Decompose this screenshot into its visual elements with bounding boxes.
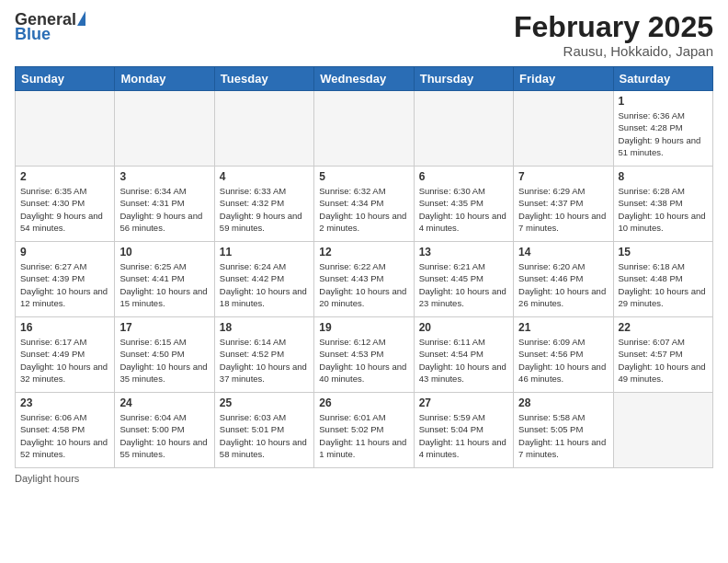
calendar-table: SundayMondayTuesdayWednesdayThursdayFrid… — [15, 66, 713, 468]
day-detail: Sunrise: 6:25 AM Sunset: 4:41 PM Dayligh… — [119, 260, 209, 309]
calendar-day-cell — [214, 91, 313, 167]
calendar-day-cell: 12Sunrise: 6:22 AM Sunset: 4:43 PM Dayli… — [314, 242, 414, 317]
title-block: February 2025 Rausu, Hokkaido, Japan — [514, 11, 713, 59]
day-number: 8 — [619, 170, 708, 183]
day-detail: Sunrise: 6:34 AM Sunset: 4:31 PM Dayligh… — [119, 185, 209, 234]
day-number: 15 — [619, 246, 708, 259]
calendar-day-cell: 2Sunrise: 6:35 AM Sunset: 4:30 PM Daylig… — [16, 167, 115, 242]
day-number: 10 — [119, 246, 209, 259]
calendar-day-cell: 3Sunrise: 6:34 AM Sunset: 4:31 PM Daylig… — [115, 167, 214, 242]
calendar-day-cell: 26Sunrise: 6:01 AM Sunset: 5:02 PM Dayli… — [314, 393, 414, 468]
calendar-day-cell: 25Sunrise: 6:03 AM Sunset: 5:01 PM Dayli… — [214, 393, 313, 468]
day-number: 26 — [319, 396, 408, 409]
day-number: 5 — [319, 170, 408, 183]
day-number: 3 — [119, 170, 209, 183]
calendar-day-header: Wednesday — [314, 67, 414, 91]
day-number: 19 — [319, 321, 408, 334]
day-detail: Sunrise: 6:27 AM Sunset: 4:39 PM Dayligh… — [20, 260, 109, 309]
calendar-day-cell: 14Sunrise: 6:20 AM Sunset: 4:46 PM Dayli… — [514, 242, 613, 317]
day-detail: Sunrise: 5:59 AM Sunset: 5:04 PM Dayligh… — [419, 411, 508, 460]
calendar-day-cell: 27Sunrise: 5:59 AM Sunset: 5:04 PM Dayli… — [414, 393, 513, 468]
day-number: 11 — [220, 246, 309, 259]
calendar-day-cell: 23Sunrise: 6:06 AM Sunset: 4:58 PM Dayli… — [16, 393, 115, 468]
calendar-day-cell: 20Sunrise: 6:11 AM Sunset: 4:54 PM Dayli… — [414, 317, 513, 393]
day-number: 7 — [518, 170, 608, 183]
calendar-day-cell: 28Sunrise: 5:58 AM Sunset: 5:05 PM Dayli… — [514, 393, 613, 468]
day-detail: Sunrise: 6:11 AM Sunset: 4:54 PM Dayligh… — [419, 336, 508, 385]
day-detail: Sunrise: 6:07 AM Sunset: 4:57 PM Dayligh… — [619, 336, 708, 385]
day-detail: Sunrise: 6:04 AM Sunset: 5:00 PM Dayligh… — [119, 411, 209, 460]
calendar-day-cell: 5Sunrise: 6:32 AM Sunset: 4:34 PM Daylig… — [314, 167, 414, 242]
day-detail: Sunrise: 5:58 AM Sunset: 5:05 PM Dayligh… — [518, 411, 608, 460]
day-detail: Sunrise: 6:22 AM Sunset: 4:43 PM Dayligh… — [319, 260, 408, 309]
calendar-location: Rausu, Hokkaido, Japan — [514, 43, 713, 59]
calendar-day-cell: 13Sunrise: 6:21 AM Sunset: 4:45 PM Dayli… — [414, 242, 513, 317]
calendar-day-cell: 24Sunrise: 6:04 AM Sunset: 5:00 PM Dayli… — [115, 393, 214, 468]
day-detail: Sunrise: 6:36 AM Sunset: 4:28 PM Dayligh… — [619, 109, 708, 158]
day-number: 6 — [419, 170, 508, 183]
calendar-week-row: 23Sunrise: 6:06 AM Sunset: 4:58 PM Dayli… — [16, 393, 713, 468]
calendar-day-header: Tuesday — [214, 67, 313, 91]
day-number: 28 — [518, 396, 608, 409]
calendar-day-cell: 10Sunrise: 6:25 AM Sunset: 4:41 PM Dayli… — [115, 242, 214, 317]
day-detail: Sunrise: 6:18 AM Sunset: 4:48 PM Dayligh… — [619, 260, 708, 309]
calendar-day-cell: 9Sunrise: 6:27 AM Sunset: 4:39 PM Daylig… — [16, 242, 115, 317]
calendar-header-row: SundayMondayTuesdayWednesdayThursdayFrid… — [16, 67, 713, 91]
calendar-day-cell: 6Sunrise: 6:30 AM Sunset: 4:35 PM Daylig… — [414, 167, 513, 242]
day-detail: Sunrise: 6:09 AM Sunset: 4:56 PM Dayligh… — [518, 336, 608, 385]
day-number: 4 — [220, 170, 309, 183]
calendar-day-cell: 1Sunrise: 6:36 AM Sunset: 4:28 PM Daylig… — [613, 91, 712, 167]
day-number: 2 — [20, 170, 109, 183]
day-detail: Sunrise: 6:33 AM Sunset: 4:32 PM Dayligh… — [220, 185, 309, 234]
logo-blue-text: Blue — [15, 26, 51, 42]
calendar-day-header: Sunday — [16, 67, 115, 91]
day-number: 18 — [220, 321, 309, 334]
calendar-day-cell — [314, 91, 414, 167]
calendar-week-row: 9Sunrise: 6:27 AM Sunset: 4:39 PM Daylig… — [16, 242, 713, 317]
day-detail: Sunrise: 6:17 AM Sunset: 4:49 PM Dayligh… — [20, 336, 109, 385]
day-number: 21 — [518, 321, 608, 334]
day-number: 24 — [119, 396, 209, 409]
calendar-day-cell: 18Sunrise: 6:14 AM Sunset: 4:52 PM Dayli… — [214, 317, 313, 393]
day-number: 12 — [319, 246, 408, 259]
calendar-day-header: Monday — [115, 67, 214, 91]
day-detail: Sunrise: 6:32 AM Sunset: 4:34 PM Dayligh… — [319, 185, 408, 234]
day-detail: Sunrise: 6:24 AM Sunset: 4:42 PM Dayligh… — [220, 260, 309, 309]
day-number: 1 — [619, 95, 708, 108]
calendar-day-cell: 4Sunrise: 6:33 AM Sunset: 4:32 PM Daylig… — [214, 167, 313, 242]
calendar-title: February 2025 — [514, 11, 713, 43]
day-detail: Sunrise: 6:12 AM Sunset: 4:53 PM Dayligh… — [319, 336, 408, 385]
calendar-day-cell: 16Sunrise: 6:17 AM Sunset: 4:49 PM Dayli… — [16, 317, 115, 393]
calendar-day-cell — [514, 91, 613, 167]
calendar-week-row: 16Sunrise: 6:17 AM Sunset: 4:49 PM Dayli… — [16, 317, 713, 393]
calendar-day-cell — [613, 393, 712, 468]
calendar-day-header: Thursday — [414, 67, 513, 91]
calendar-day-header: Saturday — [613, 67, 712, 91]
day-number: 20 — [419, 321, 508, 334]
day-detail: Sunrise: 6:20 AM Sunset: 4:46 PM Dayligh… — [518, 260, 608, 309]
calendar-day-cell: 19Sunrise: 6:12 AM Sunset: 4:53 PM Dayli… — [314, 317, 414, 393]
day-detail: Sunrise: 6:06 AM Sunset: 4:58 PM Dayligh… — [20, 411, 109, 460]
day-detail: Sunrise: 6:01 AM Sunset: 5:02 PM Dayligh… — [319, 411, 408, 460]
logo: General Blue — [15, 11, 85, 42]
page: General Blue February 2025 Rausu, Hokkai… — [0, 0, 728, 563]
day-detail: Sunrise: 6:14 AM Sunset: 4:52 PM Dayligh… — [220, 336, 309, 385]
calendar-week-row: 1Sunrise: 6:36 AM Sunset: 4:28 PM Daylig… — [16, 91, 713, 167]
calendar-day-cell: 22Sunrise: 6:07 AM Sunset: 4:57 PM Dayli… — [613, 317, 712, 393]
day-detail: Sunrise: 6:35 AM Sunset: 4:30 PM Dayligh… — [20, 185, 109, 234]
day-detail: Sunrise: 6:15 AM Sunset: 4:50 PM Dayligh… — [119, 336, 209, 385]
day-number: 22 — [619, 321, 708, 334]
day-number: 23 — [20, 396, 109, 409]
day-number: 9 — [20, 246, 109, 259]
calendar-day-cell — [16, 91, 115, 167]
day-number: 17 — [119, 321, 209, 334]
calendar-day-cell: 11Sunrise: 6:24 AM Sunset: 4:42 PM Dayli… — [214, 242, 313, 317]
day-detail: Sunrise: 6:29 AM Sunset: 4:37 PM Dayligh… — [518, 185, 608, 234]
calendar-day-cell: 17Sunrise: 6:15 AM Sunset: 4:50 PM Dayli… — [115, 317, 214, 393]
calendar-day-cell: 15Sunrise: 6:18 AM Sunset: 4:48 PM Dayli… — [613, 242, 712, 317]
day-detail: Sunrise: 6:21 AM Sunset: 4:45 PM Dayligh… — [419, 260, 508, 309]
calendar-week-row: 2Sunrise: 6:35 AM Sunset: 4:30 PM Daylig… — [16, 167, 713, 242]
calendar-day-header: Friday — [514, 67, 613, 91]
calendar-footer: Daylight hours — [15, 473, 713, 484]
day-number: 27 — [419, 396, 508, 409]
